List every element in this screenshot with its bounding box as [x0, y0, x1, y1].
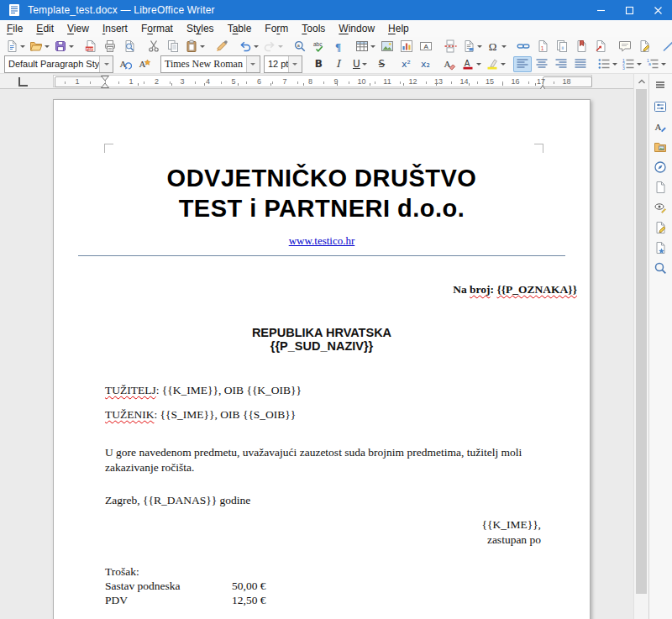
print-button[interactable]: [101, 38, 119, 54]
chevron-down-icon[interactable]: [99, 56, 113, 72]
menu-file[interactable]: File: [0, 20, 29, 37]
redo-button[interactable]: [261, 38, 285, 54]
ruler-scale[interactable]: 1123456789101112131415161718: [53, 75, 592, 87]
menu-styles[interactable]: Styles: [180, 20, 221, 37]
dropdown-arrow-icon[interactable]: [20, 45, 25, 50]
dropdown-arrow-icon[interactable]: [45, 45, 50, 50]
dropdown-arrow-icon[interactable]: [501, 63, 506, 68]
insert-chart-button[interactable]: [397, 38, 416, 54]
chevron-down-icon[interactable]: [246, 56, 260, 72]
menu-table[interactable]: Table: [221, 20, 259, 37]
ordered-list-button[interactable]: 123: [620, 56, 643, 72]
toolbar-overflow-button[interactable]: »: [669, 56, 672, 72]
clone-formatting-button[interactable]: [213, 38, 231, 54]
sidebar-tab-gallery[interactable]: [651, 139, 669, 158]
sidebar-tab-properties[interactable]: [651, 99, 669, 118]
vertical-scrollbar[interactable]: [633, 74, 648, 619]
website-link[interactable]: www.testico.hr: [289, 234, 355, 247]
menu-tools[interactable]: Tools: [295, 20, 332, 37]
insert-field-button[interactable]: [460, 38, 484, 54]
insert-bookmark-button[interactable]: [572, 38, 591, 54]
outline-format-button[interactable]: 1a: [644, 56, 668, 72]
insert-hyperlink-button[interactable]: [514, 38, 533, 54]
dropdown-arrow-icon[interactable]: [362, 63, 367, 68]
dropdown-arrow-icon[interactable]: [69, 45, 74, 50]
align-left-button[interactable]: [513, 56, 532, 72]
menu-window[interactable]: Window: [332, 20, 381, 37]
italic-button[interactable]: I: [328, 56, 347, 72]
sidebar-tab-manage-changes[interactable]: [651, 220, 669, 239]
menu-insert[interactable]: Insert: [96, 20, 134, 37]
sidebar-tab-accessibility-check[interactable]: [651, 240, 669, 259]
close-button[interactable]: [643, 0, 672, 20]
paste-button[interactable]: [183, 38, 207, 54]
insert-text-box-button[interactable]: A: [417, 38, 435, 54]
new-style-button[interactable]: A: [135, 56, 154, 72]
superscript-button[interactable]: x²: [396, 56, 415, 72]
save-button[interactable]: [52, 38, 76, 54]
new-document-button[interactable]: [3, 38, 27, 54]
sidebar-tab-styles[interactable]: A: [651, 119, 669, 138]
dropdown-arrow-icon[interactable]: [637, 63, 642, 68]
menu-edit[interactable]: Edit: [29, 20, 60, 37]
page-break-button[interactable]: [441, 38, 459, 54]
dropdown-arrow-icon[interactable]: [476, 63, 481, 68]
special-character-button[interactable]: Ω: [485, 38, 508, 54]
font-name-select[interactable]: Times New Roman: [160, 55, 260, 73]
cut-button[interactable]: [144, 38, 163, 54]
strikethrough-button[interactable]: S: [372, 56, 391, 72]
menu-form[interactable]: Form: [258, 20, 295, 37]
align-justified-button[interactable]: [571, 56, 590, 72]
find-replace-button[interactable]: a: [291, 38, 309, 54]
scrollbar-thumb[interactable]: [636, 89, 647, 594]
chevron-down-icon[interactable]: [288, 56, 302, 72]
dropdown-arrow-icon[interactable]: [477, 45, 482, 50]
formatting-marks-button[interactable]: ¶: [329, 38, 348, 54]
font-size-select[interactable]: 12 pt: [264, 55, 302, 73]
insert-table-button[interactable]: [354, 38, 377, 54]
dropdown-arrow-icon[interactable]: [501, 45, 507, 50]
cross-reference-button[interactable]: [591, 38, 610, 54]
font-color-button[interactable]: A: [459, 56, 483, 72]
dropdown-arrow-icon[interactable]: [612, 63, 617, 68]
document-page[interactable]: ODVJETNIČKO DRUŠTVO TEST i PARTNERI d.o.…: [53, 99, 591, 619]
align-center-button[interactable]: [533, 56, 551, 72]
sidebar-tab-style-inspector[interactable]: [651, 200, 669, 218]
unordered-list-button[interactable]: [596, 56, 619, 72]
subscript-button[interactable]: x₂: [416, 56, 434, 72]
menu-view[interactable]: View: [60, 20, 96, 37]
insert-endnote-button[interactable]: ii: [553, 38, 571, 54]
dropdown-arrow-icon[interactable]: [661, 63, 666, 68]
align-right-button[interactable]: [552, 56, 570, 72]
scroll-up-button[interactable]: [634, 74, 648, 89]
maximize-button[interactable]: [615, 0, 643, 20]
sidebar-tab-find[interactable]: [651, 260, 669, 279]
open-button[interactable]: [28, 38, 51, 54]
highlight-color-button[interactable]: [484, 56, 507, 72]
sidebar-tab-page[interactable]: [651, 180, 669, 198]
update-style-button[interactable]: A: [116, 56, 134, 72]
dropdown-arrow-icon[interactable]: [200, 45, 205, 50]
dropdown-arrow-icon[interactable]: [254, 45, 259, 50]
underline-button[interactable]: U: [348, 56, 371, 72]
track-changes-button[interactable]: [635, 38, 654, 54]
menu-help[interactable]: Help: [381, 20, 416, 37]
insert-footnote-button[interactable]: 1: [533, 38, 552, 54]
dropdown-arrow-icon[interactable]: [278, 45, 283, 50]
insert-comment-button[interactable]: [616, 38, 634, 54]
menu-format[interactable]: Format: [134, 20, 180, 37]
spelling-button[interactable]: abc: [310, 38, 328, 54]
insert-line-button[interactable]: [659, 38, 672, 54]
tab-selector-icon[interactable]: [18, 77, 28, 87]
undo-button[interactable]: [237, 38, 260, 54]
bold-button[interactable]: B: [309, 56, 328, 72]
clear-formatting-button[interactable]: A: [440, 56, 459, 72]
print-preview-button[interactable]: [120, 38, 139, 54]
sidebar-settings-button[interactable]: [651, 77, 669, 96]
minimize-button[interactable]: [586, 0, 615, 20]
sidebar-tab-navigator[interactable]: [651, 160, 669, 178]
insert-image-button[interactable]: [378, 38, 396, 54]
dropdown-arrow-icon[interactable]: [370, 45, 375, 50]
export-pdf-button[interactable]: PDF: [81, 38, 100, 54]
copy-button[interactable]: [164, 38, 182, 54]
